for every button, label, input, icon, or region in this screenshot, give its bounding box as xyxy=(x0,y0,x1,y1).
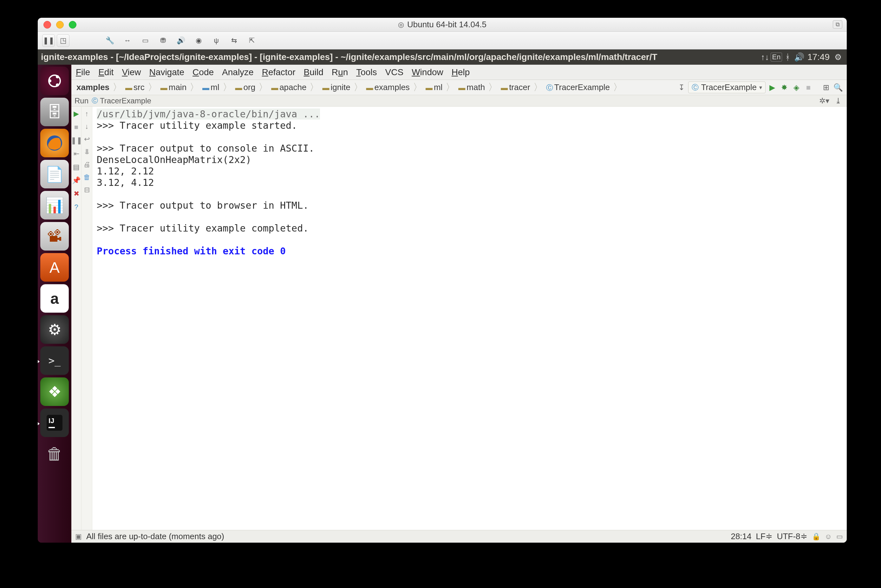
terminal-launcher[interactable]: >_ xyxy=(40,346,69,375)
crumb-examples[interactable]: ▬examples xyxy=(364,82,412,92)
print-icon[interactable]: 🖨 xyxy=(83,160,90,169)
class-icon: Ⓒ xyxy=(546,84,553,92)
arrow-down-icon[interactable]: ↓ xyxy=(85,122,88,130)
app-launcher[interactable]: ❖ xyxy=(40,377,69,406)
active-window-title: ignite-examples - [~/IdeaProjects/ignite… xyxy=(41,52,658,62)
fullscreen-button[interactable]: ⧉ xyxy=(833,20,842,28)
make-icon[interactable]: ↧ xyxy=(676,82,687,93)
toolwindows-icon[interactable]: ▣ xyxy=(75,532,82,541)
network-icon[interactable]: ⇆ xyxy=(226,34,242,47)
crumb-root[interactable]: xamples xyxy=(75,82,111,92)
menu-help[interactable]: Help xyxy=(452,67,470,77)
scroll-icon[interactable]: ⥥ xyxy=(84,148,90,156)
help-icon[interactable]: ? xyxy=(74,203,78,211)
run-gutter-left: ▶ ■ ❚❚ ⇤ ▤ 📌 ✖ ? xyxy=(71,106,81,530)
window-minimize-button[interactable] xyxy=(56,21,64,28)
exit-icon[interactable]: ⇤ xyxy=(73,150,79,158)
crumb-apache[interactable]: ▬apache xyxy=(269,82,308,92)
layout-icon[interactable]: ▤ xyxy=(73,163,79,171)
run-tool-tab[interactable]: Ⓒ TracerExample xyxy=(91,96,151,105)
crumb-ml[interactable]: ▬ml xyxy=(201,82,221,92)
console-output[interactable]: /usr/lib/jvm/java-8-oracle/bin/java ... … xyxy=(92,106,847,530)
window-close-button[interactable] xyxy=(43,21,51,28)
tools-icon[interactable]: 🔧 xyxy=(102,34,118,47)
menu-tools[interactable]: Tools xyxy=(356,67,377,77)
network-indicator[interactable]: ↑↓ xyxy=(759,52,771,62)
mac-titlebar: ◎ Ubuntu 64-bit 14.04.5 ⧉ xyxy=(38,18,847,32)
pause-icon[interactable]: ❚❚ xyxy=(71,136,82,145)
crumb-class[interactable]: ⒸTracerExample xyxy=(544,82,612,93)
menu-window[interactable]: Window xyxy=(412,67,443,77)
pause-vm-button[interactable]: ❚❚ xyxy=(42,34,55,47)
inspector-icon[interactable]: ☺ xyxy=(825,532,832,541)
crumb-src[interactable]: ▬src xyxy=(123,82,147,92)
menu-edit[interactable]: Edit xyxy=(98,67,114,77)
folder-icon: ▬ xyxy=(235,84,242,92)
files-launcher[interactable]: 🗄 xyxy=(40,98,69,126)
debug-button[interactable]: ✸ xyxy=(779,82,790,93)
menu-vcs[interactable]: VCS xyxy=(385,67,404,77)
crumb-math[interactable]: ▬math xyxy=(456,82,487,92)
status-encoding[interactable]: UTF-8≑ xyxy=(777,531,808,542)
software-launcher[interactable]: A xyxy=(40,253,69,282)
trash-launcher[interactable]: 🗑 xyxy=(40,440,69,468)
run-tab-name: TracerExample xyxy=(100,96,151,105)
crumb-tracer[interactable]: ▬tracer xyxy=(499,82,532,92)
status-position[interactable]: 28:14 xyxy=(731,531,751,542)
run-button[interactable]: ▶ xyxy=(767,82,778,93)
menu-analyze[interactable]: Analyze xyxy=(222,67,254,77)
menu-run[interactable]: Run xyxy=(332,67,348,77)
dash-button[interactable] xyxy=(40,67,69,95)
tree-icon[interactable]: ⊟ xyxy=(84,186,90,194)
settings-launcher[interactable]: ⚙ xyxy=(40,315,69,344)
pin-icon[interactable]: 📌 xyxy=(72,176,81,184)
coverage-button[interactable]: ◈ xyxy=(791,82,802,93)
crumb-org[interactable]: ▬org xyxy=(234,82,258,92)
crumb-ignite[interactable]: ▬ignite xyxy=(320,82,352,92)
writer-launcher[interactable]: 📄 xyxy=(40,160,69,188)
run-config-selector[interactable]: Ⓒ TracerExample ▾ xyxy=(688,81,766,93)
stop-button[interactable]: ■ xyxy=(803,82,814,93)
camera-icon[interactable]: ◉ xyxy=(190,34,207,47)
run-gutter-right: ↑ ↓ ↩ ⥥ 🖨 🗑 ⊟ xyxy=(81,106,92,530)
display-icon[interactable]: ▭ xyxy=(137,34,153,47)
maximize-icon[interactable]: ⤓ xyxy=(833,96,844,106)
memory-icon[interactable]: ▭ xyxy=(836,532,843,541)
clock[interactable]: 17:49 xyxy=(805,52,832,62)
clear-icon[interactable]: 🗑 xyxy=(83,173,90,182)
resize-icon[interactable]: ↔ xyxy=(120,34,135,47)
softwrap-icon[interactable]: ↩ xyxy=(84,135,90,143)
menu-refactor[interactable]: Refactor xyxy=(262,67,295,77)
hdd-icon[interactable]: ⛃ xyxy=(155,34,171,47)
menu-code[interactable]: Code xyxy=(192,67,214,77)
window-zoom-button[interactable] xyxy=(69,21,76,28)
menu-view[interactable]: View xyxy=(122,67,141,77)
status-line-ending[interactable]: LF≑ xyxy=(756,531,773,542)
rerun-icon[interactable]: ▶ xyxy=(73,110,79,118)
firefox-launcher[interactable] xyxy=(40,129,69,157)
gear-icon[interactable]: ✲▾ xyxy=(819,96,830,106)
amazon-launcher[interactable]: a xyxy=(40,284,69,313)
crumb-main[interactable]: ▬main xyxy=(159,82,188,92)
language-indicator[interactable]: En xyxy=(771,52,782,62)
calc-launcher[interactable]: 📊 xyxy=(40,191,69,219)
lock-icon[interactable]: 🔒 xyxy=(812,532,820,541)
volume-indicator[interactable]: 🔊 xyxy=(794,52,805,62)
menu-build[interactable]: Build xyxy=(304,67,324,77)
close-icon[interactable]: ✖ xyxy=(73,190,79,198)
menu-file[interactable]: File xyxy=(76,67,90,77)
crumb-ml2[interactable]: ▬ml xyxy=(424,82,444,92)
structure-icon[interactable]: ⊞ xyxy=(821,82,832,93)
arrow-up-icon[interactable]: ↑ xyxy=(85,110,88,118)
impress-launcher[interactable]: 📽 xyxy=(40,222,69,250)
sound-icon[interactable]: 🔊 xyxy=(173,34,189,47)
snapshot-button[interactable]: ◳ xyxy=(57,34,69,47)
share-icon[interactable]: ⇱ xyxy=(244,34,260,47)
stop-icon[interactable]: ■ xyxy=(74,123,78,131)
search-icon[interactable]: 🔍 xyxy=(833,82,844,93)
usb-icon[interactable]: ψ xyxy=(208,34,224,47)
bluetooth-indicator[interactable]: ᚼ xyxy=(782,52,794,62)
menu-navigate[interactable]: Navigate xyxy=(149,67,184,77)
intellij-launcher[interactable]: IJ xyxy=(40,408,69,437)
session-indicator[interactable]: ⚙ xyxy=(832,52,844,62)
